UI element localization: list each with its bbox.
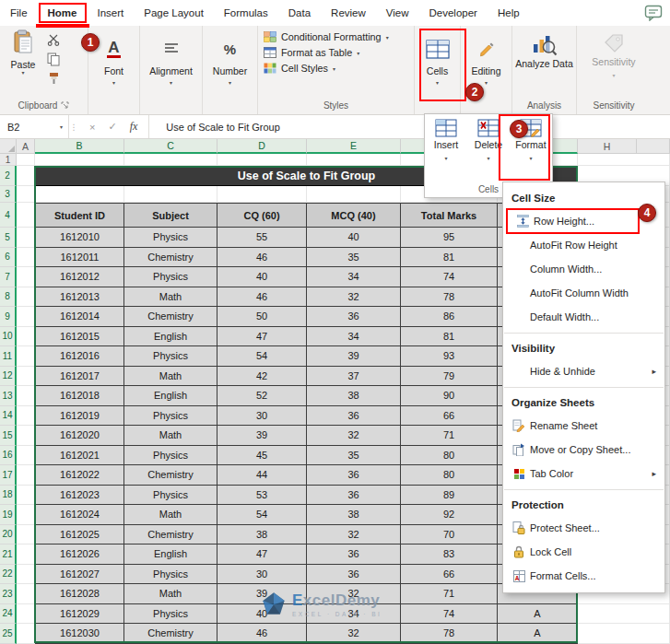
cell-total[interactable]: 66: [401, 406, 498, 427]
cell-A22[interactable]: [17, 565, 35, 585]
cell-student-id[interactable]: 1612013: [35, 287, 124, 308]
cell-A7[interactable]: [17, 267, 35, 287]
cell-student-id[interactable]: 1612017: [35, 367, 124, 387]
menu-item-lock-cell[interactable]: Lock Cell: [503, 540, 664, 564]
cell-subject[interactable]: Physics: [124, 565, 217, 585]
tab-page-layout[interactable]: Page Layout: [134, 0, 214, 26]
cell-total[interactable]: 74: [401, 604, 498, 625]
cell-mcq[interactable]: 34: [307, 267, 401, 287]
formula-input[interactable]: Use of Scale to Fit Group: [149, 115, 670, 138]
cell-mcq[interactable]: 32: [307, 624, 401, 644]
enter-icon[interactable]: ✓: [108, 121, 116, 133]
row-header-13[interactable]: 13: [0, 386, 17, 406]
cell-mcq[interactable]: 36: [307, 486, 401, 506]
menu-item-autofit-row-height[interactable]: AutoFit Row Height: [503, 233, 664, 257]
cell-A5[interactable]: [17, 228, 35, 248]
cell-mcq[interactable]: 36: [307, 465, 401, 486]
cell-empty[interactable]: [35, 186, 124, 203]
table-header-mcq-40[interactable]: MCQ (40): [307, 203, 401, 228]
row-header-14[interactable]: 14: [0, 406, 17, 427]
tab-view[interactable]: View: [376, 0, 419, 26]
column-header-E[interactable]: E: [307, 139, 401, 154]
cell-student-id[interactable]: 1612030: [35, 624, 124, 644]
table-header-subject[interactable]: Subject: [124, 203, 217, 228]
row-header-16[interactable]: 16: [0, 446, 17, 466]
cell-student-id[interactable]: 1612026: [35, 544, 124, 565]
table-header-total-marks[interactable]: Total Marks: [401, 203, 498, 228]
row-header-19[interactable]: 19: [0, 505, 17, 525]
cell-subject[interactable]: English: [124, 386, 217, 406]
cell-A3[interactable]: [17, 186, 35, 203]
tab-review[interactable]: Review: [321, 0, 376, 26]
comments-button[interactable]: [644, 5, 663, 25]
cell-cq[interactable]: 45: [217, 446, 307, 466]
cell-student-id[interactable]: 1612019: [35, 406, 124, 427]
cell-A14[interactable]: [17, 406, 35, 427]
row-header-7[interactable]: 7: [0, 267, 17, 287]
editing-group-button[interactable]: Editing ▾: [461, 26, 512, 114]
cell-mcq[interactable]: 35: [307, 248, 401, 268]
cell-total[interactable]: 81: [401, 248, 498, 268]
cell-cq[interactable]: 52: [217, 386, 307, 406]
cell-A25[interactable]: [17, 624, 35, 644]
row-header-23[interactable]: 23: [0, 584, 17, 604]
cell-subject[interactable]: Math: [124, 426, 217, 446]
tab-data[interactable]: Data: [278, 0, 321, 26]
cell-total[interactable]: 92: [401, 505, 498, 525]
sensitivity-button[interactable]: Sensitivity ▾: [577, 26, 651, 99]
cell-mcq[interactable]: 36: [307, 565, 401, 585]
cell-cq[interactable]: 53: [217, 486, 307, 506]
cell-student-id[interactable]: 1612021: [35, 446, 124, 466]
format-as-table-button[interactable]: Format as Table ▾: [264, 47, 410, 58]
cell-A24[interactable]: [17, 604, 35, 625]
cell-A4[interactable]: [17, 203, 35, 228]
cell-A19[interactable]: [17, 505, 35, 525]
cell-cq[interactable]: 46: [217, 287, 307, 308]
cell-student-id[interactable]: 1612029: [35, 604, 124, 625]
cell-subject[interactable]: Math: [124, 505, 217, 525]
cell-total[interactable]: 71: [401, 426, 498, 446]
cell-A23[interactable]: [17, 584, 35, 604]
row-header-1[interactable]: 1: [0, 154, 17, 166]
cell-total[interactable]: 81: [401, 327, 498, 347]
cell-mcq[interactable]: 35: [307, 446, 401, 466]
cell-empty[interactable]: [307, 154, 401, 166]
copy-button[interactable]: [43, 51, 64, 67]
cell-cq[interactable]: 46: [217, 248, 307, 268]
tab-developer[interactable]: Developer: [419, 0, 488, 26]
row-header-21[interactable]: 21: [0, 544, 17, 565]
cell-H1[interactable]: [578, 154, 670, 166]
cell-A9[interactable]: [17, 307, 35, 327]
cell-total[interactable]: 90: [401, 386, 498, 406]
cell-cq[interactable]: 30: [217, 565, 307, 585]
insert-button[interactable]: Insert ▾: [427, 119, 465, 181]
cell-A18[interactable]: [17, 486, 35, 506]
cell-cq[interactable]: 44: [217, 465, 307, 486]
cell-total[interactable]: 80: [401, 465, 498, 486]
cell-mcq[interactable]: 36: [307, 307, 401, 327]
cell-mcq[interactable]: 40: [307, 228, 401, 248]
menu-item-protect-sheet[interactable]: Protect Sheet...: [503, 516, 664, 540]
cell-mcq[interactable]: 34: [307, 327, 401, 347]
column-header-D[interactable]: D: [217, 139, 307, 154]
cell-grade[interactable]: A: [498, 624, 578, 644]
cell-A16[interactable]: [17, 446, 35, 466]
cell-mcq[interactable]: 38: [307, 505, 401, 525]
tab-home[interactable]: Home: [38, 0, 88, 26]
row-header-2[interactable]: 2: [0, 166, 17, 186]
cell-mcq[interactable]: 32: [307, 287, 401, 308]
cell-cq[interactable]: 47: [217, 327, 307, 347]
cell-total[interactable]: 79: [401, 367, 498, 387]
menu-item-default-width[interactable]: Default Width...: [503, 305, 664, 329]
cell-A11[interactable]: [17, 346, 35, 367]
cut-button[interactable]: [43, 31, 64, 48]
cell-cq[interactable]: 47: [217, 544, 307, 565]
column-header-B[interactable]: B: [35, 139, 124, 154]
cell-student-id[interactable]: 1612018: [35, 386, 124, 406]
cell-mcq[interactable]: 38: [307, 386, 401, 406]
row-header-9[interactable]: 9: [0, 307, 17, 327]
cell-subject[interactable]: English: [124, 544, 217, 565]
cell-A15[interactable]: [17, 426, 35, 446]
cell-student-id[interactable]: 1612025: [35, 525, 124, 545]
row-header-8[interactable]: 8: [0, 287, 17, 308]
